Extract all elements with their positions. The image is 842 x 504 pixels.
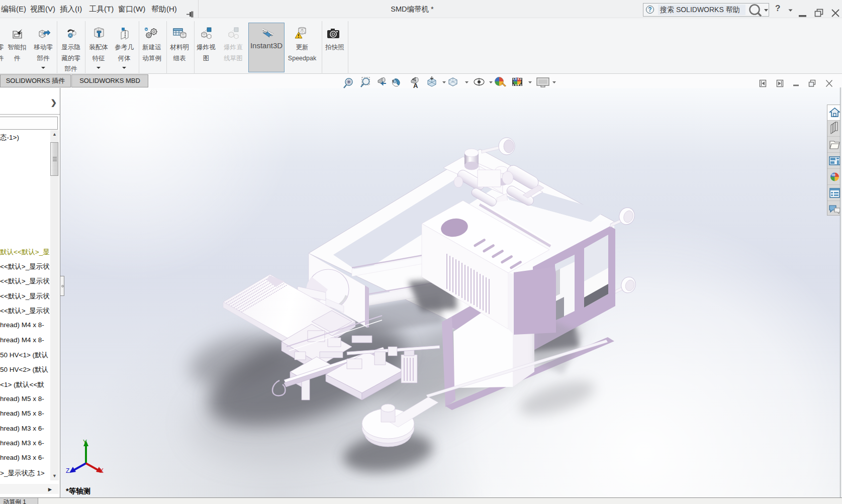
svg-text:Z: Z — [66, 467, 69, 474]
svg-text:X: X — [100, 467, 104, 474]
svg-text:A: A — [413, 82, 418, 89]
svg-text:Y: Y — [83, 439, 87, 446]
